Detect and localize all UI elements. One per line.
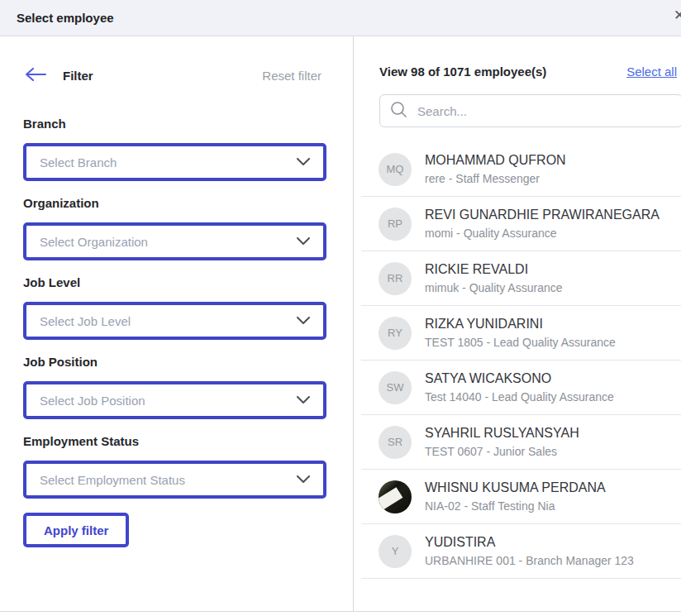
employee-row[interactable]: SW SATYA WICAKSONO Test 14040 - Lead Qua… bbox=[361, 361, 681, 415]
chevron-down-icon bbox=[297, 472, 310, 487]
search-input[interactable] bbox=[417, 104, 672, 118]
employee-row[interactable]: RR RICKIE REVALDI mimuk - Quality Assura… bbox=[361, 251, 681, 306]
job-level-select[interactable]: Select Job Level bbox=[23, 302, 326, 340]
dialog-title: Select employee bbox=[17, 11, 114, 25]
employee-name: SATYA WICAKSONO bbox=[425, 370, 614, 388]
filter-header: Filter Reset filter bbox=[23, 64, 330, 86]
employee-subtitle: mimuk - Quality Assurance bbox=[425, 279, 563, 296]
chevron-down-icon bbox=[297, 234, 310, 249]
employment-status-field: Employment Status Select Employment Stat… bbox=[23, 434, 330, 499]
close-icon[interactable]: ✕ bbox=[674, 7, 681, 24]
chevron-down-icon bbox=[297, 313, 310, 328]
avatar: SR bbox=[379, 426, 412, 459]
job-level-field: Job Level Select Job Level bbox=[23, 275, 330, 340]
branch-label: Branch bbox=[23, 117, 330, 131]
chevron-down-icon bbox=[297, 393, 310, 408]
employee-name: YUDISTIRA bbox=[425, 533, 634, 552]
avatar: RY bbox=[379, 317, 412, 350]
employee-list: MQ MOHAMMAD QUFRON rere - Staff Messenge… bbox=[361, 142, 681, 579]
employment-status-label: Employment Status bbox=[23, 434, 330, 448]
organization-select-placeholder: Select Organization bbox=[40, 235, 297, 249]
branch-field: Branch Select Branch bbox=[23, 117, 330, 181]
branch-select[interactable]: Select Branch bbox=[23, 143, 326, 181]
avatar: Y bbox=[379, 535, 412, 568]
job-level-label: Job Level bbox=[23, 275, 330, 289]
back-button[interactable] bbox=[25, 67, 46, 84]
employee-name: RIZKA YUNIDARINI bbox=[425, 315, 616, 333]
job-position-field: Job Position Select Job Position bbox=[23, 355, 330, 419]
employee-subtitle: TEST 0607 - Junior Sales bbox=[425, 443, 579, 460]
employee-subtitle: URBANHIRE 001 - Branch Manager 123 bbox=[425, 552, 634, 569]
employee-name: REVI GUNARDHIE PRAWIRANEGARA bbox=[425, 206, 660, 224]
employee-row[interactable]: RY RIZKA YUNIDARINI TEST 1805 - Lead Qua… bbox=[361, 306, 681, 361]
employee-row[interactable]: MQ MOHAMMAD QUFRON rere - Staff Messenge… bbox=[361, 142, 681, 197]
employee-row[interactable]: Y YUDISTIRA URBANHIRE 001 - Branch Manag… bbox=[361, 524, 681, 579]
employee-subtitle: NIA-02 - Staff Testing Nia bbox=[425, 498, 606, 514]
select-all-link[interactable]: Select all bbox=[626, 64, 677, 79]
branch-select-placeholder: Select Branch bbox=[40, 155, 297, 170]
job-position-select[interactable]: Select Job Position bbox=[23, 381, 326, 419]
employee-row[interactable]: RP REVI GUNARDHIE PRAWIRANEGARA momi - Q… bbox=[361, 197, 681, 251]
employee-name: MOHAMMAD QUFRON bbox=[425, 151, 566, 170]
avatar: SW bbox=[379, 371, 412, 404]
arrow-left-icon bbox=[25, 68, 46, 84]
job-level-select-placeholder: Select Job Level bbox=[40, 314, 297, 328]
search-icon bbox=[390, 101, 407, 122]
chevron-down-icon bbox=[297, 155, 310, 170]
employee-count-summary: View 98 of 1071 employee(s) bbox=[379, 64, 546, 79]
employee-subtitle: TEST 1805 - Lead Quality Assurance bbox=[425, 334, 616, 351]
job-position-label: Job Position bbox=[23, 355, 330, 369]
employee-search-box[interactable] bbox=[379, 94, 681, 127]
reset-filter-link[interactable]: Reset filter bbox=[262, 69, 321, 83]
employee-row[interactable]: SR SYAHRIL RUSLYANSYAH TEST 0607 - Junio… bbox=[361, 415, 681, 470]
job-position-select-placeholder: Select Job Position bbox=[40, 394, 297, 408]
employment-status-select[interactable]: Select Employment Status bbox=[23, 461, 326, 499]
dialog-body: Filter Reset filter Branch Select Branch… bbox=[0, 36, 681, 612]
organization-select[interactable]: Select Organization bbox=[23, 222, 326, 260]
employee-panel-header: View 98 of 1071 employee(s) Select all bbox=[379, 64, 677, 79]
employee-subtitle: Test 14040 - Lead Quality Assurance bbox=[425, 389, 614, 405]
avatar: MQ bbox=[379, 153, 412, 186]
employee-name: RICKIE REVALDI bbox=[425, 260, 563, 279]
apply-filter-button[interactable]: Apply filter bbox=[23, 513, 129, 547]
organization-field: Organization Select Organization bbox=[23, 196, 330, 260]
avatar-photo bbox=[379, 480, 412, 513]
employment-status-select-placeholder: Select Employment Status bbox=[40, 473, 297, 487]
organization-label: Organization bbox=[23, 196, 330, 210]
employee-name: WHISNU KUSUMA PERDANA bbox=[425, 479, 606, 497]
filter-title: Filter bbox=[63, 69, 93, 83]
employee-name: SYAHRIL RUSLYANSYAH bbox=[425, 424, 579, 442]
employee-row[interactable]: WHISNU KUSUMA PERDANA NIA-02 - Staff Tes… bbox=[361, 470, 681, 524]
employee-subtitle: momi - Quality Assurance bbox=[425, 225, 660, 241]
dialog-titlebar: Select employee ✕ bbox=[0, 0, 681, 36]
employee-subtitle: rere - Staff Messenger bbox=[425, 170, 566, 187]
avatar: RR bbox=[379, 262, 412, 295]
employee-panel: View 98 of 1071 employee(s) Select all M… bbox=[354, 36, 681, 611]
avatar: RP bbox=[379, 208, 412, 241]
filter-panel: Filter Reset filter Branch Select Branch… bbox=[0, 36, 354, 611]
